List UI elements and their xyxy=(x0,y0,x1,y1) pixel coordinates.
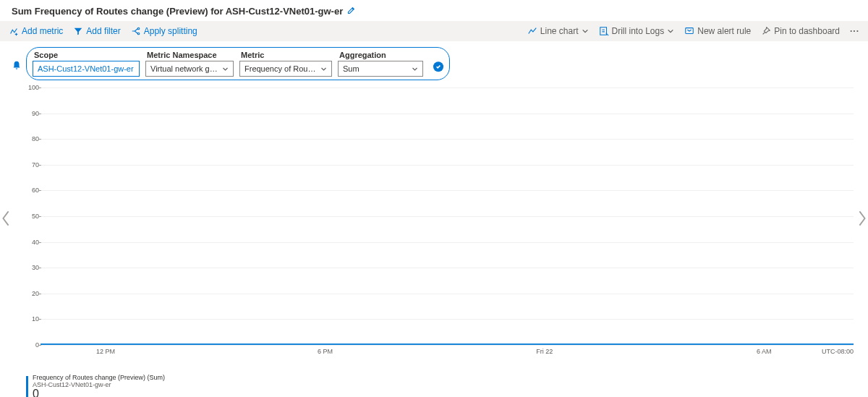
namespace-selector[interactable]: Virtual network gatewa... xyxy=(145,61,234,77)
grid-line xyxy=(41,345,854,346)
metric-selector-row: Scope ASH-Cust12-VNet01-gw-er Metric Nam… xyxy=(0,41,868,83)
grid-line xyxy=(41,216,854,217)
ellipsis-icon: ··· xyxy=(850,26,859,36)
y-tick-label: 20 xyxy=(26,290,39,297)
new-alert-button[interactable]: New alert rule xyxy=(684,26,751,36)
confirm-metric-button[interactable] xyxy=(433,61,443,72)
chart-header: Sum Frequency of Routes change (Preview)… xyxy=(0,0,868,21)
add-filter-button[interactable]: Add filter xyxy=(73,26,120,36)
chart-area: 0102030405060708090100 UTC-08:00 12 PM6 … xyxy=(26,87,854,355)
x-tick-label: 12 PM xyxy=(96,348,115,355)
y-tick-label: 60 xyxy=(26,187,39,194)
metric-selector[interactable]: Frequency of Routes ch... xyxy=(239,61,332,77)
namespace-label: Metric Namespace xyxy=(145,51,234,59)
line-chart-icon xyxy=(527,26,537,36)
y-tick-label: 40 xyxy=(26,239,39,246)
legend-value: 0 xyxy=(33,388,165,397)
metric-label: Metric xyxy=(239,51,332,59)
funnel-icon xyxy=(73,26,83,36)
scope-selector[interactable]: ASH-Cust12-VNet01-gw-er xyxy=(33,61,140,77)
split-icon xyxy=(131,26,141,36)
timezone-label: UTC-08:00 xyxy=(822,348,854,355)
chevron-down-icon xyxy=(412,66,418,72)
grid-line xyxy=(41,139,854,140)
aggregation-selector[interactable]: Sum xyxy=(338,61,423,77)
logs-icon xyxy=(599,26,609,36)
apply-splitting-label: Apply splitting xyxy=(144,26,197,36)
grid-line xyxy=(41,268,854,268)
chart-type-label: Line chart xyxy=(540,26,579,36)
chevron-down-icon xyxy=(667,27,674,35)
page-title: Sum Frequency of Routes change (Preview)… xyxy=(12,6,343,17)
chart-legend[interactable]: Frequency of Routes change (Preview) (Su… xyxy=(26,374,868,397)
pin-dashboard-button[interactable]: Pin to dashboard xyxy=(761,26,840,36)
scope-value: ASH-Cust12-VNet01-gw-er xyxy=(38,64,134,73)
chevron-down-icon xyxy=(320,66,327,72)
y-tick-label: 10 xyxy=(26,315,39,323)
grid-line xyxy=(41,242,854,243)
grid-line xyxy=(41,114,854,114)
add-metric-label: Add metric xyxy=(22,26,63,36)
legend-resource-name: ASH-Cust12-VNet01-gw-er xyxy=(33,381,165,388)
edit-title-button[interactable] xyxy=(347,6,356,17)
grid-line xyxy=(41,319,854,320)
x-tick-label: 6 AM xyxy=(757,348,772,355)
namespace-value: Virtual network gatewa... xyxy=(150,64,219,73)
grid-line xyxy=(41,87,854,88)
svg-point-1 xyxy=(137,33,140,35)
chart-type-selector[interactable]: Line chart xyxy=(527,26,589,36)
alert-icon xyxy=(684,26,694,36)
add-filter-label: Add filter xyxy=(86,26,120,36)
apply-splitting-button[interactable]: Apply splitting xyxy=(131,26,197,36)
grid-line xyxy=(41,190,854,191)
drill-logs-button[interactable]: Drill into Logs xyxy=(599,26,675,36)
metrics-toolbar: Add metric Add filter Apply splitting Li… xyxy=(0,21,868,41)
scope-label: Scope xyxy=(33,51,140,59)
more-options-button[interactable]: ··· xyxy=(850,26,859,36)
y-tick-label: 0 xyxy=(26,341,39,349)
svg-point-0 xyxy=(137,27,140,30)
y-tick-label: 80 xyxy=(26,135,39,142)
y-tick-label: 30 xyxy=(26,264,39,271)
resource-bell-icon xyxy=(12,60,22,70)
nav-prev-button[interactable] xyxy=(0,210,12,227)
new-alert-label: New alert rule xyxy=(697,26,751,36)
y-tick-label: 90 xyxy=(26,110,39,117)
sparkle-add-icon xyxy=(9,26,19,36)
grid-line xyxy=(41,294,854,294)
pin-icon xyxy=(761,26,771,36)
y-tick-label: 70 xyxy=(26,161,39,168)
x-tick-label: Fri 22 xyxy=(536,348,553,355)
check-icon xyxy=(435,64,441,69)
x-tick-label: 6 PM xyxy=(318,348,333,355)
pin-dashboard-label: Pin to dashboard xyxy=(774,26,840,36)
y-tick-label: 100 xyxy=(26,84,39,91)
nav-next-button[interactable] xyxy=(856,210,868,227)
aggregation-value: Sum xyxy=(343,64,359,73)
x-axis-labels: UTC-08:00 12 PM6 PMFri 226 AM xyxy=(41,348,854,358)
legend-swatch xyxy=(26,376,28,397)
metric-value: Frequency of Routes ch... xyxy=(244,64,318,73)
y-tick-label: 50 xyxy=(26,213,39,220)
pencil-icon xyxy=(347,6,356,14)
aggregation-label: Aggregation xyxy=(338,51,423,59)
grid-line xyxy=(41,165,854,166)
add-metric-button[interactable]: Add metric xyxy=(9,26,63,36)
chevron-down-icon xyxy=(582,27,589,35)
svg-rect-2 xyxy=(600,27,606,35)
metric-definition-pill: Scope ASH-Cust12-VNet01-gw-er Metric Nam… xyxy=(26,47,450,80)
legend-metric-name: Frequency of Routes change (Preview) (Su… xyxy=(33,374,165,381)
chart-canvas[interactable]: 0102030405060708090100 xyxy=(41,87,854,345)
drill-logs-label: Drill into Logs xyxy=(612,26,665,36)
chevron-down-icon xyxy=(222,66,229,72)
